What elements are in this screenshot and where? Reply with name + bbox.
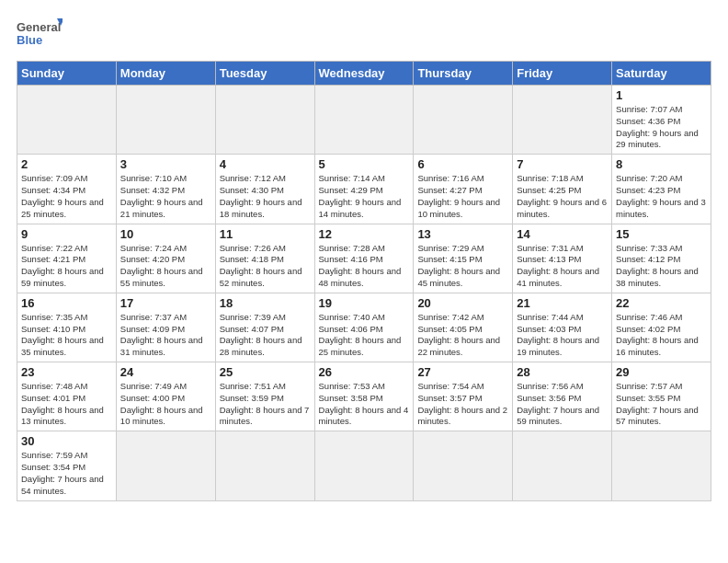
day-cell: 22Sunrise: 7:46 AM Sunset: 4:02 PM Dayli…: [612, 293, 711, 362]
day-info: Sunrise: 7:28 AM Sunset: 4:16 PM Dayligh…: [319, 243, 410, 290]
day-info: Sunrise: 7:48 AM Sunset: 4:01 PM Dayligh…: [21, 381, 112, 428]
day-cell: 26Sunrise: 7:53 AM Sunset: 3:58 PM Dayli…: [314, 362, 414, 431]
day-number: 27: [417, 365, 508, 379]
day-info: Sunrise: 7:54 AM Sunset: 3:57 PM Dayligh…: [417, 381, 508, 428]
day-info: Sunrise: 7:10 AM Sunset: 4:32 PM Dayligh…: [120, 173, 211, 220]
day-info: Sunrise: 7:33 AM Sunset: 4:12 PM Dayligh…: [616, 243, 707, 290]
day-info: Sunrise: 7:07 AM Sunset: 4:36 PM Dayligh…: [616, 104, 707, 151]
day-info: Sunrise: 7:16 AM Sunset: 4:27 PM Dayligh…: [417, 173, 508, 220]
day-info: Sunrise: 7:44 AM Sunset: 4:03 PM Dayligh…: [517, 312, 608, 359]
weekday-header-row: SundayMondayTuesdayWednesdayThursdayFrid…: [17, 62, 711, 86]
day-number: 14: [517, 227, 608, 241]
day-number: 2: [21, 157, 112, 171]
day-cell: 1Sunrise: 7:07 AM Sunset: 4:36 PM Daylig…: [612, 86, 711, 155]
week-row-5: 30Sunrise: 7:59 AM Sunset: 3:54 PM Dayli…: [17, 431, 711, 500]
day-number: 20: [417, 296, 508, 310]
day-cell: 9Sunrise: 7:22 AM Sunset: 4:21 PM Daylig…: [17, 224, 117, 293]
logo: General Blue: [17, 17, 63, 52]
day-cell: 16Sunrise: 7:35 AM Sunset: 4:10 PM Dayli…: [17, 293, 117, 362]
day-info: Sunrise: 7:37 AM Sunset: 4:09 PM Dayligh…: [120, 312, 211, 359]
day-number: 28: [517, 365, 608, 379]
week-row-0: 1Sunrise: 7:07 AM Sunset: 4:36 PM Daylig…: [17, 86, 711, 155]
day-number: 10: [120, 227, 211, 241]
day-info: Sunrise: 7:46 AM Sunset: 4:02 PM Dayligh…: [616, 312, 707, 359]
svg-text:Blue: Blue: [17, 33, 42, 47]
weekday-sunday: Sunday: [17, 62, 117, 86]
day-number: 8: [616, 157, 707, 171]
day-cell: 29Sunrise: 7:57 AM Sunset: 3:55 PM Dayli…: [612, 362, 711, 431]
day-info: Sunrise: 7:29 AM Sunset: 4:15 PM Dayligh…: [417, 243, 508, 290]
day-number: 12: [319, 227, 410, 241]
day-info: Sunrise: 7:51 AM Sunset: 3:59 PM Dayligh…: [220, 381, 311, 428]
day-number: 30: [21, 434, 112, 448]
calendar: SundayMondayTuesdayWednesdayThursdayFrid…: [17, 61, 711, 501]
day-number: 23: [21, 365, 112, 379]
day-cell: 8Sunrise: 7:20 AM Sunset: 4:23 PM Daylig…: [612, 155, 711, 224]
day-info: Sunrise: 7:09 AM Sunset: 4:34 PM Dayligh…: [21, 173, 112, 220]
weekday-monday: Monday: [116, 62, 215, 86]
weekday-thursday: Thursday: [414, 62, 513, 86]
day-cell: 6Sunrise: 7:16 AM Sunset: 4:27 PM Daylig…: [414, 155, 513, 224]
day-cell: 4Sunrise: 7:12 AM Sunset: 4:30 PM Daylig…: [215, 155, 314, 224]
day-info: Sunrise: 7:56 AM Sunset: 3:56 PM Dayligh…: [517, 381, 608, 428]
day-info: Sunrise: 7:24 AM Sunset: 4:20 PM Dayligh…: [120, 243, 211, 290]
day-cell: [17, 86, 117, 155]
day-cell: 11Sunrise: 7:26 AM Sunset: 4:18 PM Dayli…: [215, 224, 314, 293]
day-info: Sunrise: 7:49 AM Sunset: 4:00 PM Dayligh…: [120, 381, 211, 428]
day-info: Sunrise: 7:18 AM Sunset: 4:25 PM Dayligh…: [517, 173, 608, 220]
day-info: Sunrise: 7:35 AM Sunset: 4:10 PM Dayligh…: [21, 312, 112, 359]
day-info: Sunrise: 7:12 AM Sunset: 4:30 PM Dayligh…: [220, 173, 311, 220]
day-number: 25: [220, 365, 311, 379]
day-cell: [116, 431, 215, 500]
logo-svg: General Blue: [17, 17, 63, 52]
day-cell: 10Sunrise: 7:24 AM Sunset: 4:20 PM Dayli…: [116, 224, 215, 293]
day-cell: 21Sunrise: 7:44 AM Sunset: 4:03 PM Dayli…: [513, 293, 612, 362]
day-info: Sunrise: 7:59 AM Sunset: 3:54 PM Dayligh…: [21, 450, 112, 497]
day-cell: 12Sunrise: 7:28 AM Sunset: 4:16 PM Dayli…: [314, 224, 414, 293]
day-cell: 2Sunrise: 7:09 AM Sunset: 4:34 PM Daylig…: [17, 155, 117, 224]
day-number: 7: [517, 157, 608, 171]
day-number: 1: [616, 88, 707, 102]
day-cell: 28Sunrise: 7:56 AM Sunset: 3:56 PM Dayli…: [513, 362, 612, 431]
week-row-1: 2Sunrise: 7:09 AM Sunset: 4:34 PM Daylig…: [17, 155, 711, 224]
day-number: 29: [616, 365, 707, 379]
svg-text:General: General: [17, 20, 61, 34]
day-number: 21: [517, 296, 608, 310]
day-info: Sunrise: 7:26 AM Sunset: 4:18 PM Dayligh…: [220, 243, 311, 290]
day-cell: 20Sunrise: 7:42 AM Sunset: 4:05 PM Dayli…: [414, 293, 513, 362]
day-number: 24: [120, 365, 211, 379]
day-number: 5: [319, 157, 410, 171]
day-cell: 7Sunrise: 7:18 AM Sunset: 4:25 PM Daylig…: [513, 155, 612, 224]
day-number: 17: [120, 296, 211, 310]
day-cell: 17Sunrise: 7:37 AM Sunset: 4:09 PM Dayli…: [116, 293, 215, 362]
day-info: Sunrise: 7:40 AM Sunset: 4:06 PM Dayligh…: [319, 312, 410, 359]
week-row-3: 16Sunrise: 7:35 AM Sunset: 4:10 PM Dayli…: [17, 293, 711, 362]
day-cell: [116, 86, 215, 155]
day-cell: [314, 431, 414, 500]
day-info: Sunrise: 7:39 AM Sunset: 4:07 PM Dayligh…: [220, 312, 311, 359]
day-number: 3: [120, 157, 211, 171]
day-cell: [513, 431, 612, 500]
page: General Blue SundayMondayTuesdayWednesda…: [0, 0, 728, 563]
day-info: Sunrise: 7:42 AM Sunset: 4:05 PM Dayligh…: [417, 312, 508, 359]
day-number: 26: [319, 365, 410, 379]
day-number: 15: [616, 227, 707, 241]
day-info: Sunrise: 7:14 AM Sunset: 4:29 PM Dayligh…: [319, 173, 410, 220]
day-number: 11: [220, 227, 311, 241]
day-cell: 24Sunrise: 7:49 AM Sunset: 4:00 PM Dayli…: [116, 362, 215, 431]
day-cell: 5Sunrise: 7:14 AM Sunset: 4:29 PM Daylig…: [314, 155, 414, 224]
weekday-friday: Friday: [513, 62, 612, 86]
day-cell: [414, 431, 513, 500]
header: General Blue: [17, 17, 711, 52]
day-number: 13: [417, 227, 508, 241]
day-cell: 27Sunrise: 7:54 AM Sunset: 3:57 PM Dayli…: [414, 362, 513, 431]
day-number: 16: [21, 296, 112, 310]
day-info: Sunrise: 7:53 AM Sunset: 3:58 PM Dayligh…: [319, 381, 410, 428]
day-info: Sunrise: 7:22 AM Sunset: 4:21 PM Dayligh…: [21, 243, 112, 290]
day-cell: [414, 86, 513, 155]
day-number: 6: [417, 157, 508, 171]
day-cell: 23Sunrise: 7:48 AM Sunset: 4:01 PM Dayli…: [17, 362, 117, 431]
day-cell: 25Sunrise: 7:51 AM Sunset: 3:59 PM Dayli…: [215, 362, 314, 431]
day-cell: 18Sunrise: 7:39 AM Sunset: 4:07 PM Dayli…: [215, 293, 314, 362]
day-number: 4: [220, 157, 311, 171]
